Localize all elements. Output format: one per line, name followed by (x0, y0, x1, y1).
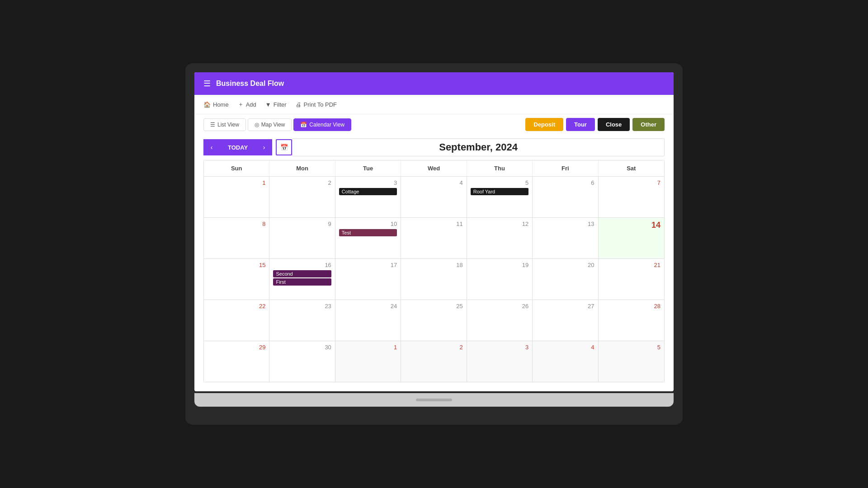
calendar-cell[interactable]: 29 (204, 341, 269, 382)
calendar-cell[interactable]: 30 (269, 341, 335, 382)
day-number: 26 (471, 303, 528, 310)
print-button[interactable]: 🖨 Print To PDF (296, 101, 337, 108)
calendar-cell[interactable]: 4 (401, 177, 467, 217)
calendar-cell[interactable]: 3 (467, 341, 533, 382)
calendar-cell[interactable]: 3Cottage (335, 177, 401, 217)
day-number: 4 (405, 179, 462, 186)
day-number: 4 (536, 344, 594, 351)
laptop-screen: ☰ Business Deal Flow 🏠 Home ＋ Add ▼ Filt… (194, 72, 674, 391)
day-number: 2 (405, 344, 462, 351)
today-button[interactable]: TODAY (220, 139, 256, 155)
calendar-week-2: 8910Test11121314 (204, 218, 664, 259)
day-number: 5 (602, 344, 660, 351)
calendar-icon: 📅 (300, 122, 307, 128)
day-number: 8 (208, 221, 265, 227)
calendar-cell[interactable]: 18 (401, 259, 467, 300)
day-number: 21 (602, 262, 660, 268)
close-button[interactable]: Close (598, 118, 630, 131)
calendar-cell[interactable]: 1 (335, 341, 401, 382)
tour-button[interactable]: Tour (566, 118, 595, 131)
calendar-week-5: 293012345 (204, 341, 664, 382)
day-header-sun: Sun (204, 160, 269, 176)
deposit-button[interactable]: Deposit (525, 118, 563, 131)
date-picker-button[interactable]: 📅 (276, 139, 292, 155)
day-number: 13 (536, 221, 594, 227)
app-title: Business Deal Flow (216, 80, 284, 88)
app-header: ☰ Business Deal Flow (194, 72, 674, 95)
home-icon: 🏠 (203, 101, 211, 108)
day-number: 10 (339, 221, 397, 227)
calendar-cell[interactable]: 24 (335, 300, 401, 341)
day-number: 19 (471, 262, 528, 268)
day-number: 22 (208, 303, 265, 310)
calendar-cell[interactable]: 17 (335, 259, 401, 300)
calendar-cell[interactable]: 2 (269, 177, 335, 217)
prev-month-button[interactable]: ‹ (203, 139, 220, 155)
next-month-button[interactable]: › (256, 139, 272, 155)
calendar-cell[interactable]: 21 (599, 259, 664, 300)
calendar-event[interactable]: Roof Yard (471, 188, 528, 195)
calendar-cell[interactable]: 10Test (335, 218, 401, 258)
day-number: 1 (339, 344, 397, 351)
calendar-cell[interactable]: 16SecondFirst (269, 259, 335, 300)
calendar-event[interactable]: Test (339, 229, 397, 236)
calendar-cell[interactable]: 8 (204, 218, 269, 258)
map-view-button[interactable]: ◎ Map View (248, 118, 292, 131)
calendar-cell[interactable]: 27 (533, 300, 598, 341)
add-icon: ＋ (238, 100, 244, 108)
calendar-week-1: 123Cottage45Roof Yard67 (204, 177, 664, 218)
day-number: 3 (339, 179, 397, 186)
filter-button[interactable]: ▼ Filter (265, 101, 287, 108)
add-button[interactable]: ＋ Add (238, 100, 256, 108)
calendar-cell[interactable]: 9 (269, 218, 335, 258)
laptop-base (194, 393, 674, 407)
calendar-cell[interactable]: 2 (401, 341, 467, 382)
filter-icon: ▼ (265, 101, 271, 108)
calendar-cell[interactable]: 11 (401, 218, 467, 258)
calendar-cell[interactable]: 6 (533, 177, 598, 217)
day-number: 9 (273, 221, 331, 227)
day-number: 15 (208, 262, 265, 268)
calendar-cell[interactable]: 14 (599, 218, 664, 258)
calendar-cell[interactable]: 5Roof Yard (467, 177, 533, 217)
calendar-header-row: Sun Mon Tue Wed Thu Fri Sat (204, 160, 664, 177)
calendar-cell[interactable]: 12 (467, 218, 533, 258)
day-header-thu: Thu (467, 160, 533, 176)
day-number: 1 (208, 179, 265, 186)
day-number: 18 (405, 262, 462, 268)
calendar-cell[interactable]: 25 (401, 300, 467, 341)
calendar-event[interactable]: First (273, 278, 331, 286)
calendar-event[interactable]: Cottage (339, 188, 397, 195)
calendar-cell[interactable]: 19 (467, 259, 533, 300)
day-number: 20 (536, 262, 594, 268)
calendar-cell[interactable]: 26 (467, 300, 533, 341)
calendar-cell[interactable]: 22 (204, 300, 269, 341)
calendar-event[interactable]: Second (273, 270, 331, 277)
calendar-view-button[interactable]: 📅 Calendar View (293, 118, 351, 131)
day-header-mon: Mon (269, 160, 335, 176)
day-number: 28 (602, 303, 660, 310)
calendar-month-title: September, 2024 (292, 138, 665, 156)
day-number: 14 (602, 221, 660, 230)
calendar-cell[interactable]: 23 (269, 300, 335, 341)
calendar-cell[interactable]: 20 (533, 259, 598, 300)
calendar-cell[interactable]: 4 (533, 341, 598, 382)
view-buttons-group: ☰ List View ◎ Map View 📅 Calendar View (203, 118, 351, 131)
calendar-cell[interactable]: 5 (599, 341, 664, 382)
status-buttons-group: Deposit Tour Close Other (525, 118, 665, 131)
calendar-cell[interactable]: 15 (204, 259, 269, 300)
other-button[interactable]: Other (632, 118, 665, 131)
day-number: 11 (405, 221, 462, 227)
calendar-cell[interactable]: 1 (204, 177, 269, 217)
calendar-cell[interactable]: 28 (599, 300, 664, 341)
calendar-cell[interactable]: 7 (599, 177, 664, 217)
menu-icon[interactable]: ☰ (203, 79, 211, 89)
home-button[interactable]: 🏠 Home (203, 101, 229, 108)
list-view-button[interactable]: ☰ List View (203, 118, 246, 131)
day-number: 24 (339, 303, 397, 310)
calendar-container: ‹ TODAY › 📅 September, 2024 Sun Mon Tue … (194, 135, 674, 391)
calendar-cell[interactable]: 13 (533, 218, 598, 258)
day-header-tue: Tue (335, 160, 401, 176)
day-number: 29 (208, 344, 265, 351)
day-number: 6 (536, 179, 594, 186)
